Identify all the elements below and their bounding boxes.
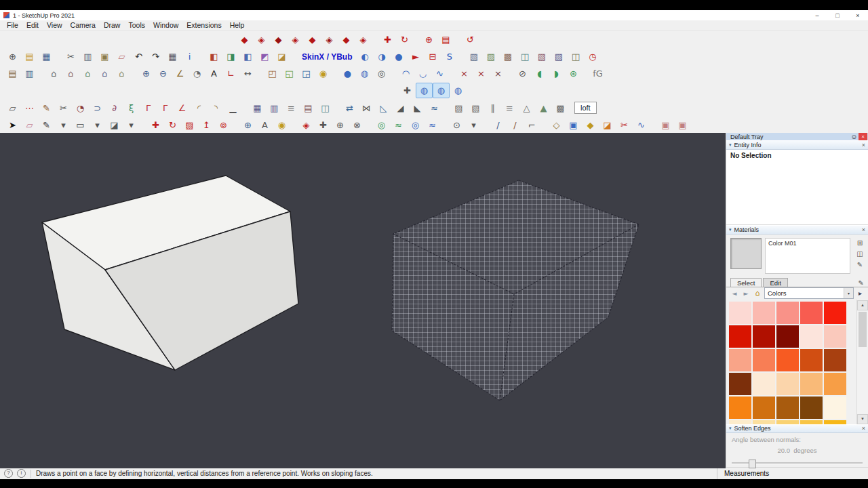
hatch-icon-2[interactable]: ▧ (467, 100, 484, 116)
person-dropdown-icon[interactable]: ▾ (465, 117, 482, 133)
tab-select[interactable]: Select (730, 278, 762, 287)
eraser-tool-icon[interactable]: ▱ (21, 117, 38, 133)
collapse-icon[interactable]: ▾ (729, 227, 732, 232)
cross-red-icon-3[interactable]: × (490, 66, 507, 81)
entity-info-close-icon[interactable]: × (862, 142, 865, 148)
fredoscale-icon-4[interactable]: ◈ (287, 32, 304, 47)
paste-icon[interactable]: ▣ (96, 49, 113, 64)
front-view-icon[interactable]: ⌂ (79, 66, 96, 81)
hatch-icon-1[interactable]: ▨ (450, 100, 467, 116)
maximize-button[interactable]: □ (827, 10, 848, 20)
pan-cross-icon[interactable]: ✚ (399, 83, 416, 98)
solid-tools-icon-1[interactable]: ▧ (465, 49, 482, 64)
flatten-icon[interactable]: ▁ (224, 100, 241, 116)
arc-down-icon[interactable]: ◡ (414, 66, 431, 81)
color-swatch[interactable] (824, 373, 846, 395)
chisel-icon[interactable]: ◇ (548, 117, 565, 133)
corner-icon-1[interactable]: Γ (140, 100, 157, 116)
quadface-icon-2[interactable]: ◍ (433, 83, 450, 98)
loft-button[interactable]: loft (574, 102, 597, 114)
wave-icon[interactable]: ∿ (431, 66, 448, 81)
menu-file[interactable]: File (3, 21, 22, 29)
zoom-in-icon[interactable]: ⊕ (138, 66, 155, 81)
skinx-sphere-icon-2[interactable]: ◑ (373, 49, 390, 64)
color-swatch[interactable] (800, 396, 823, 419)
fillet-icon-2[interactable]: ◝ (208, 100, 224, 116)
pan-tool-icon[interactable]: ✚ (315, 117, 332, 133)
open-icon[interactable]: ▤ (21, 49, 38, 64)
color-swatch[interactable] (753, 373, 775, 395)
section-box-icon-2[interactable]: ◱ (281, 66, 298, 81)
layout-icon[interactable]: ▥ (21, 66, 38, 81)
color-swatch[interactable] (729, 349, 751, 371)
top-view-icon[interactable]: ⌂ (62, 66, 79, 81)
color-swatch[interactable] (776, 396, 799, 419)
section-box-icon-1[interactable]: ◰ (264, 66, 281, 81)
protractor-icon[interactable]: ◔ (189, 66, 205, 81)
sandbox-icon-2[interactable]: ≈ (390, 117, 407, 133)
globe-plugin-icon[interactable]: ⊕ (420, 32, 437, 47)
offset-tool-icon[interactable]: ⊚ (215, 117, 232, 133)
panel-icon[interactable]: ◫ (317, 100, 334, 116)
color-swatch[interactable] (729, 396, 751, 419)
tray-close-icon[interactable]: × (859, 133, 867, 140)
cross-red-icon-2[interactable]: × (473, 66, 490, 81)
solid-tools-icon-7[interactable]: ◫ (567, 49, 584, 64)
swap-icon[interactable]: ⇄ (341, 100, 358, 116)
bezier-icon[interactable]: ▱ (4, 100, 21, 116)
fill-tool-icon[interactable]: ◪ (106, 117, 123, 133)
weave-icon[interactable]: ▩ (552, 100, 569, 116)
chevron-down-icon[interactable]: ▾ (844, 288, 853, 298)
solid-tools-icon-4[interactable]: ◫ (516, 49, 533, 64)
style-box-icon-5[interactable]: ◪ (273, 49, 290, 64)
fillet-icon-1[interactable]: ◜ (191, 100, 208, 116)
color-swatch[interactable] (800, 349, 823, 371)
right-view-icon[interactable]: ⌂ (96, 66, 113, 81)
fill-dropdown-icon[interactable]: ▾ (123, 117, 140, 133)
wedge-icon[interactable]: ◺ (375, 100, 392, 116)
leaf-icon-1[interactable]: ◖ (531, 66, 548, 81)
back-view-icon[interactable]: ⌂ (113, 66, 130, 81)
cut-icon[interactable]: ✂ (62, 49, 79, 64)
steps-icon[interactable]: ≡ (283, 100, 300, 116)
font-tool-icon[interactable]: fG (589, 66, 606, 81)
leaf-icon-2[interactable]: ◗ (548, 66, 565, 81)
bucket-tool-icon[interactable]: ◉ (273, 117, 290, 133)
solid-tools-icon-3[interactable]: ▩ (499, 49, 516, 64)
wall-icon[interactable]: ▤ (300, 100, 317, 116)
eyedropper-icon[interactable]: ✎ (859, 279, 864, 287)
fence-icon[interactable]: ≡ (501, 100, 518, 116)
shape-dropdown-icon[interactable]: ▾ (89, 117, 106, 133)
sphere-blue-icon-2[interactable]: ◍ (356, 66, 373, 81)
gem-icon[interactable]: ◆ (582, 117, 599, 133)
eye-icon[interactable]: ◎ (373, 66, 390, 81)
tab-edit[interactable]: Edit (763, 278, 787, 287)
minimize-button[interactable]: – (807, 10, 827, 20)
paste-in-place-icon[interactable]: ▤ (4, 66, 21, 81)
material-preview[interactable] (730, 238, 762, 269)
sphere-blue-icon-1[interactable]: ● (339, 66, 356, 81)
forward-icon[interactable]: ► (741, 290, 751, 297)
undo-icon[interactable]: ↶ (130, 49, 147, 64)
color-swatch[interactable] (800, 373, 823, 395)
redo-icon[interactable]: ↷ (147, 49, 164, 64)
help-icon[interactable]: ? (4, 469, 13, 478)
fredoscale-icon-3[interactable]: ◆ (270, 32, 287, 47)
color-swatch[interactable] (800, 302, 823, 324)
paint-bucket-icon[interactable]: ◉ (315, 66, 332, 81)
collapse-icon[interactable]: ▾ (729, 142, 732, 148)
new-icon[interactable]: ⊕ (4, 49, 21, 64)
scrollbar-thumb[interactable] (859, 312, 867, 347)
copy-icon[interactable]: ▥ (79, 49, 96, 64)
angle-icon[interactable]: ∠ (174, 100, 191, 116)
color-swatch[interactable] (824, 396, 846, 419)
rotate-plugin-icon[interactable]: ↻ (396, 32, 413, 47)
solid-tools-icon-6[interactable]: ▨ (550, 49, 567, 64)
line-dropdown-icon[interactable]: ▾ (55, 117, 72, 133)
color-swatch[interactable] (776, 302, 799, 324)
freehand-icon[interactable]: ✎ (38, 100, 55, 116)
quadface-icon-3[interactable]: ◍ (450, 83, 467, 98)
ramp-icon[interactable]: ◢ (392, 100, 409, 116)
fredoscale-icon-1[interactable]: ◆ (236, 32, 253, 47)
model-info-icon[interactable]: i (181, 49, 198, 64)
